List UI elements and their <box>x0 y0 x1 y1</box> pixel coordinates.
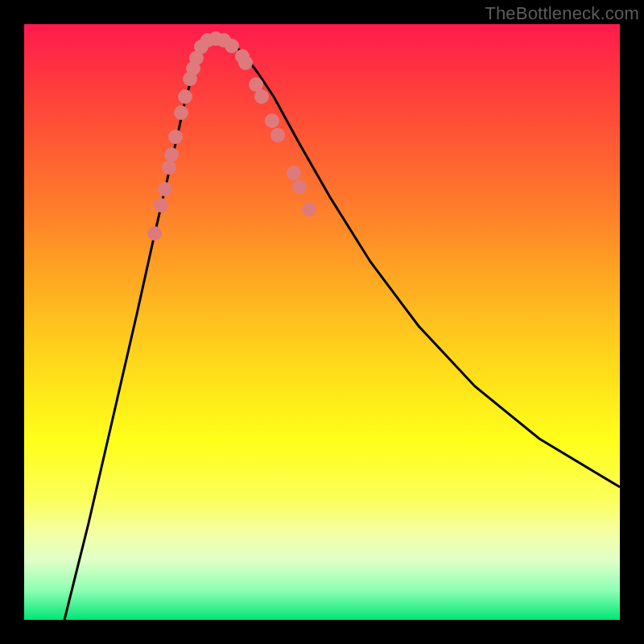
watermark-text: TheBottleneck.com <box>485 3 639 24</box>
data-marker <box>238 56 253 70</box>
data-marker <box>164 147 179 162</box>
data-marker <box>270 128 285 142</box>
data-marker <box>168 130 183 144</box>
chart-frame: TheBottleneck.com <box>0 0 644 644</box>
data-marker <box>225 39 239 53</box>
bottleneck-curve <box>64 39 620 620</box>
data-marker <box>162 160 176 175</box>
markers-group <box>147 31 316 241</box>
data-marker <box>254 89 269 104</box>
curve-svg <box>24 24 620 620</box>
data-marker <box>178 89 192 104</box>
plot-area <box>24 24 620 620</box>
data-marker <box>287 166 301 180</box>
data-marker <box>265 114 279 128</box>
data-marker <box>292 180 307 194</box>
data-marker <box>174 105 188 120</box>
data-marker <box>154 198 168 213</box>
data-marker <box>302 202 316 217</box>
data-marker <box>147 226 162 241</box>
data-marker <box>158 182 172 196</box>
